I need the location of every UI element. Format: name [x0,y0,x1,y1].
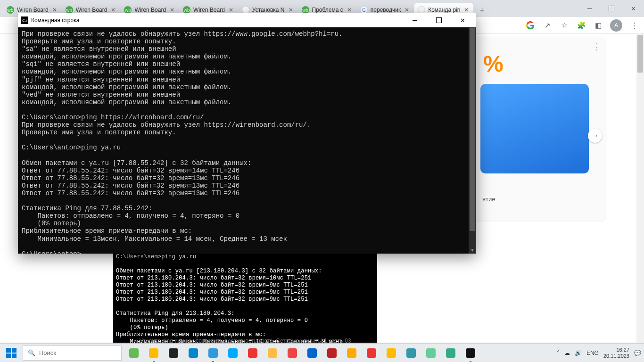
taskbar-app-icon[interactable] [283,344,302,362]
taskbar-app-icon[interactable] [441,344,460,362]
tab-close-icon[interactable]: ✕ [288,7,294,13]
taskbar-app-icon[interactable] [461,344,480,362]
cmd-scrollbar-thumb[interactable] [470,28,475,231]
taskbar-app-icon[interactable] [124,344,143,362]
app-icon [307,348,317,358]
promo-label: ятие [482,196,495,203]
chrome-minimize-button[interactable] [579,0,601,17]
tab-favicon-icon [418,6,425,14]
taskbar-app-icon[interactable] [362,344,381,362]
extensions-icon[interactable]: 🧩 [576,20,586,31]
app-icon [248,348,257,358]
notifications-icon[interactable]: 💬 [634,350,641,356]
carousel-next-icon[interactable]: → [588,129,602,143]
taskbar: 🔍 Поиск ˄ ☁ 🔊 ENG 16:27 20.11.2023 💬 [0,343,644,362]
google-services-icon[interactable] [525,20,536,31]
tab-close-icon[interactable]: ✕ [463,7,470,13]
taskbar-app-icon[interactable] [421,344,440,362]
tab-title: Wiren Board [76,7,107,13]
tab-close-icon[interactable]: ✕ [404,7,410,13]
tab-close-icon[interactable]: ✕ [346,7,353,13]
tab-favicon-icon: wb [183,6,190,14]
taskbar-app-icon[interactable] [342,344,361,362]
promo-image [480,84,589,173]
app-icon [406,348,416,358]
chrome-window-controls [579,0,644,17]
tab-close-icon[interactable]: ✕ [110,7,116,13]
taskbar-app-icon[interactable] [263,344,282,362]
app-icon [228,348,238,358]
app-icon [367,348,376,358]
page-scrollbar[interactable] [636,34,644,343]
taskbar-app-icon[interactable] [204,344,223,362]
tab-title: Установка N [252,7,285,13]
tab-favicon-icon: wb [66,6,73,14]
tab-title: Команда pin [428,7,460,13]
tab-title: Wiren Board [193,7,225,13]
taskbar-app-icon[interactable] [164,344,183,362]
cmd-window: C:\ Командная строка При проверке связи … [18,13,476,254]
tray-cloud-icon[interactable]: ☁ [564,350,570,356]
new-tab-button[interactable]: + [475,4,488,17]
app-icon [288,348,297,358]
chrome-close-button[interactable] [622,0,644,17]
taskbar-clock[interactable]: 16:27 20.11.2023 [603,347,629,358]
share-icon[interactable]: ↗ [542,20,553,31]
app-icon [169,348,178,358]
cmd-minimize-button[interactable] [404,13,425,27]
app-icon [426,348,436,358]
sidebar-promo-card: % ⋮ → ятие [474,37,606,221]
app-icon [466,348,475,358]
taskbar-app-icon[interactable] [144,344,163,362]
chrome-menu-icon[interactable]: ⋮ [629,20,639,31]
tab-close-icon[interactable]: ✕ [169,7,175,13]
article-console-screenshot: C:\Users\sem>ping ya.ru Обмен пакетами с… [113,252,377,343]
start-button[interactable] [0,344,23,362]
app-icon [327,348,337,358]
taskbar-apps [124,344,480,362]
tab-close-icon[interactable]: ✕ [228,7,234,13]
card-menu-icon[interactable]: ⋮ [593,41,601,52]
taskbar-app-icon[interactable] [223,344,242,362]
windows-logo-icon [6,348,17,358]
tab-title: Проблема с [312,7,343,13]
tab-favicon-icon: wb [302,6,309,14]
app-icon [347,348,356,358]
app-icon [189,348,198,358]
app-icon [268,348,277,358]
taskbar-app-icon[interactable] [402,344,421,362]
tab-close-icon[interactable]: ✕ [51,7,58,13]
tab-favicon-icon [242,6,249,14]
taskbar-search[interactable]: 🔍 Поиск [23,346,122,361]
taskbar-app-icon[interactable] [303,344,322,362]
tray-chevron-icon[interactable]: ˄ [557,350,560,356]
cmd-scrollbar[interactable]: ▲ ▼ [469,27,476,254]
profile-avatar[interactable]: A [610,19,622,32]
tray-volume-icon[interactable]: 🔊 [575,350,582,356]
tab-title: Wiren Board [17,7,49,13]
tray-language-indicator[interactable]: ENG [586,350,599,356]
app-icon [129,348,139,358]
cmd-close-button[interactable] [452,13,473,27]
tab-title: Wiren Board [134,7,166,13]
app-icon [149,348,158,358]
search-icon: 🔍 [28,349,35,356]
bookmark-star-icon[interactable]: ☆ [559,20,570,31]
cmd-title-text: Командная строка [31,17,401,24]
taskbar-app-icon[interactable] [184,344,203,362]
taskbar-app-icon[interactable] [322,344,341,362]
cmd-output[interactable]: При проверке связи не удалось обнаружить… [18,27,476,254]
app-icon [208,348,218,358]
system-tray: ˄ ☁ 🔊 ENG 16:27 20.11.2023 💬 [557,347,644,358]
image-caption: Утилита ping или как проверить доступнос… [113,337,377,343]
app-icon [446,348,455,358]
chrome-maximize-button[interactable] [601,0,622,17]
side-panel-icon[interactable]: ◧ [593,20,603,31]
taskbar-app-icon[interactable] [243,344,262,362]
cmd-maximize-button[interactable] [428,13,449,27]
page-scrollbar-thumb[interactable] [637,35,643,73]
cmd-title-bar[interactable]: C:\ Командная строка [18,13,476,27]
taskbar-app-icon[interactable] [382,344,401,362]
cmd-scroll-down-icon[interactable]: ▼ [469,246,476,254]
promo-percent: % [483,51,504,77]
